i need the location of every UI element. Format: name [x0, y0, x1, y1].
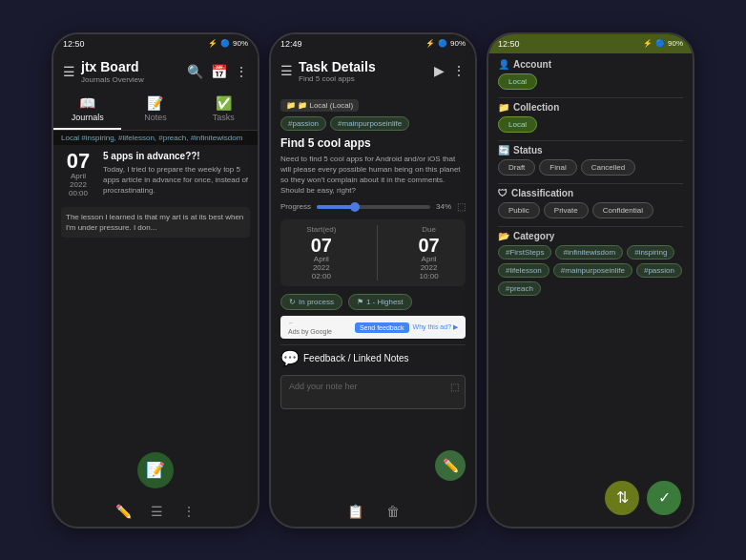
cancelled-pill[interactable]: Cancelled	[581, 159, 636, 176]
note-placeholder: Add your note her	[289, 382, 358, 391]
task-main-title: Find 5 cool apps	[280, 136, 466, 150]
phone-3: 12:50 ⚡ 🔵 90% 👤 Account Local	[487, 32, 694, 529]
app-title-1: jtx Board	[81, 59, 144, 74]
hamburger-icon-2[interactable]: ☰	[280, 63, 293, 78]
progress-row: Progress 34% ⬚	[280, 201, 466, 212]
expand-note-icon[interactable]: ⬚	[450, 382, 459, 392]
more-icon-bottom-1[interactable]: ⋮	[182, 504, 196, 519]
account-local-pill[interactable]: Local	[498, 73, 537, 90]
check-icon-3: ✓	[658, 488, 671, 507]
bottom-actions-3: ⇅ ✓	[488, 481, 693, 515]
hamburger-icon-1[interactable]: ☰	[63, 64, 75, 79]
classification-icon: 🛡	[498, 188, 508, 198]
feedback-icon: 💬	[280, 349, 300, 367]
status-icons-3: ⚡ 🔵 90%	[643, 39, 683, 48]
tag-mainpurposeinlife[interactable]: #mainpurposeinlife	[553, 263, 632, 278]
in-process-btn[interactable]: ↻ In process	[280, 294, 342, 310]
journal-entry-1: 07 April 2022 00:00 5 apps in advance??!…	[53, 145, 258, 203]
section-category: 📂 Category #FirstSteps #infinitewisdom #…	[498, 231, 683, 296]
why-ad-btn[interactable]: Why this ad? ▶	[413, 323, 458, 331]
tag-row: #passion #mainpurposeinlife	[280, 116, 466, 131]
date-divider	[377, 225, 378, 280]
journals-icon: 📖	[79, 95, 95, 111]
edit-note-fab[interactable]: ✏️	[435, 450, 466, 481]
collection-pills: Local	[498, 116, 683, 133]
ads-feedback: Send feedback Why this ad? ▶	[355, 322, 458, 333]
delete-icon-2[interactable]: 🗑	[386, 504, 400, 519]
tasks-icon: ✅	[216, 95, 232, 111]
task-desc: Need to find 5 cool apps for Android and…	[280, 154, 466, 197]
time-2: 12:49	[280, 39, 302, 49]
tag-passion[interactable]: #passion	[280, 116, 326, 131]
task-body: 📁 📁 Local (Local) #passion #mainpurposei…	[271, 89, 475, 486]
refresh-icon: ↻	[289, 298, 296, 306]
start-date-col: Start(ed) 07 April 2022 02:00	[306, 225, 336, 280]
category-tags: #FirstSteps #infinitewisdom #inspiring #…	[498, 245, 683, 296]
status-icon: 🔄	[498, 145, 509, 156]
status-pills: Draft Final Cancelled	[498, 159, 683, 176]
status-bar-3: 12:50 ⚡ 🔵 90%	[488, 34, 693, 53]
tag-mainpurpose[interactable]: #mainpurposeinlife	[330, 116, 409, 131]
copy-icon-2[interactable]: 📋	[347, 504, 363, 519]
section-status: 🔄 Status Draft Final Cancelled	[498, 145, 683, 176]
search-icon-1[interactable]: 🔍	[187, 64, 203, 79]
tab-bar-1: 📖 Journals 📝 Notes ✅ Tasks	[53, 90, 258, 131]
tags-bar-1: Local #inspiring, #lifelesson, #preach, …	[53, 131, 258, 145]
section-account: 👤 Account Local	[498, 59, 683, 90]
draft-pill[interactable]: Draft	[498, 159, 535, 176]
notes-icon: 📝	[147, 95, 163, 111]
tab-journals[interactable]: 📖 Journals	[53, 90, 121, 130]
feedback-header: 💬 Feedback / Linked Notes	[280, 344, 466, 371]
send-icon[interactable]: ▶	[434, 63, 445, 78]
send-feedback-btn[interactable]: Send feedback	[355, 322, 409, 333]
tag-inspiring[interactable]: #inspiring	[627, 245, 674, 259]
section-classification: 🛡 Classification Public Private Confiden…	[498, 188, 683, 218]
confirm-action-btn[interactable]: ✓	[647, 481, 681, 515]
more-icon-1[interactable]: ⋮	[235, 64, 248, 79]
collection-local-pill[interactable]: Local	[498, 116, 537, 133]
tab-tasks[interactable]: ✅ Tasks	[190, 90, 258, 130]
status-icons-2: ⚡ 🔵 90%	[425, 39, 466, 48]
bottom-bar-1: ✏️ ☰ ⋮	[53, 504, 258, 519]
task-header: ☰ Task Details Find 5 cool apps ▶ ⋮	[271, 53, 475, 89]
more-icon-2[interactable]: ⋮	[452, 63, 466, 78]
add-journal-fab[interactable]: 📝	[137, 452, 174, 488]
filter-icon-1[interactable]: ☰	[151, 504, 163, 519]
private-pill[interactable]: Private	[544, 202, 589, 218]
entry-content-1: 5 apps in advance??! Today, I tried to p…	[103, 151, 250, 197]
divider-2	[498, 140, 683, 141]
status-bar-2: 12:49 ⚡ 🔵 90%	[271, 34, 475, 53]
app-header-1: ☰ jtx Board Journals Overview 🔍 📅 ⋮	[53, 53, 258, 90]
filter-action-btn[interactable]: ⇅	[605, 481, 639, 515]
phone-2: 12:49 ⚡ 🔵 90% ☰ Task Details Find 5 cool…	[269, 32, 477, 529]
account-icon: 👤	[498, 59, 509, 70]
time-1: 12:50	[63, 39, 85, 49]
tag-passion[interactable]: #passion	[636, 263, 682, 278]
status-row: ↻ In process ⚑ 1 - Highest	[280, 294, 466, 310]
status-bar-1: 12:50 ⚡ 🔵 90%	[53, 34, 258, 53]
expand-icon[interactable]: ⬚	[457, 201, 466, 212]
tag-infinitewisdom[interactable]: #infinitewisdom	[555, 245, 623, 259]
tag-lifelesson[interactable]: #lifelesson	[498, 263, 549, 278]
confidential-pill[interactable]: Confidential	[592, 202, 653, 218]
date-col-1: 07 April 2022 00:00	[61, 151, 95, 197]
settings-body: 👤 Account Local 📁 Collection Local	[488, 53, 693, 479]
phone-1: 12:50 ⚡ 🔵 90% ☰ jtx Board Journals Overv…	[52, 32, 259, 529]
progress-fill	[317, 205, 355, 209]
due-date-col: Due 07 April 2022 10:00	[418, 225, 439, 280]
bottom-bar-2: 📋 🗑	[271, 504, 475, 519]
tag-preach[interactable]: #preach	[498, 281, 541, 296]
priority-btn[interactable]: ⚑ 1 - Highest	[348, 294, 412, 310]
filter-icon-3: ⇅	[616, 488, 629, 507]
ads-box: ← Ads by Google Send feedback Why this a…	[280, 316, 466, 339]
public-pill[interactable]: Public	[498, 202, 540, 218]
tag-firststeps[interactable]: #FirstSteps	[498, 245, 551, 259]
tab-notes[interactable]: 📝 Notes	[121, 90, 189, 130]
lesson-box-1: The lesson I learned is that my art is a…	[61, 207, 250, 238]
time-3: 12:50	[498, 39, 520, 49]
progress-bar[interactable]	[317, 205, 430, 209]
edit-icon-1[interactable]: ✏️	[115, 504, 132, 519]
calendar-icon-1[interactable]: 📅	[211, 64, 227, 79]
status-icons-1: ⚡ 🔵 90%	[208, 39, 248, 48]
final-pill[interactable]: Final	[539, 159, 576, 176]
